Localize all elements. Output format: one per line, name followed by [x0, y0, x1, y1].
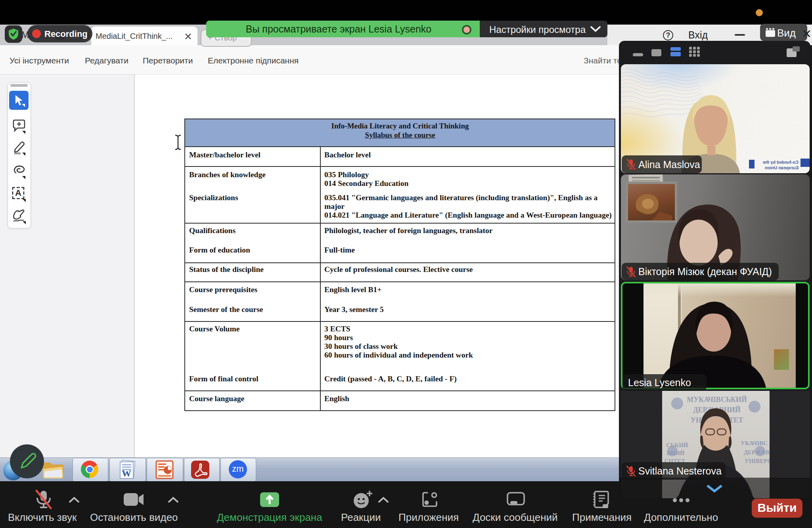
svg-text:W: W	[122, 468, 131, 478]
svg-text:A: A	[15, 188, 21, 198]
